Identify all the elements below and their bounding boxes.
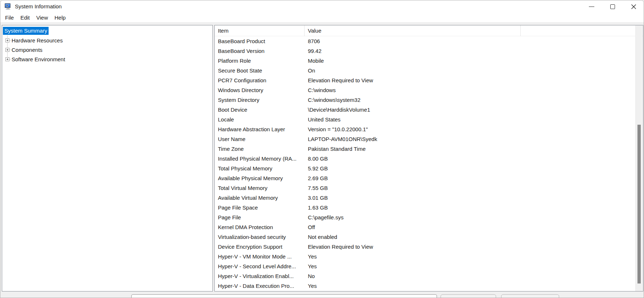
item-cell: Hyper-V - Virtualization Enabl... — [215, 273, 305, 279]
table-row[interactable]: Device Encryption SupportElevation Requi… — [215, 242, 643, 252]
value-cell: 3.01 GB — [305, 195, 640, 201]
tree-item-system-summary[interactable]: System Summary — [2, 26, 212, 36]
item-cell: Page File Space — [215, 204, 305, 211]
table-row[interactable]: Kernel DMA ProtectionOff — [215, 222, 643, 232]
item-cell: BaseBoard Version — [215, 48, 305, 54]
category-tree: System SummaryHardware ResourcesComponen… — [2, 25, 212, 291]
value-cell: No — [305, 273, 640, 279]
table-row[interactable]: Time ZonePakistan Standard Time — [215, 144, 643, 154]
item-cell: Time Zone — [215, 146, 305, 152]
find-button[interactable] — [441, 294, 496, 298]
tree-item-label: Hardware Resources — [12, 37, 63, 44]
maximize-icon — [610, 4, 615, 9]
column-header-item[interactable]: Item — [215, 25, 305, 36]
tree-item-software-environment[interactable]: Software Environment — [2, 54, 212, 64]
value-cell: Yes — [305, 263, 640, 269]
table-row[interactable]: Available Physical Memory2.69 GB — [215, 173, 643, 183]
value-cell: 99.42 — [305, 48, 640, 54]
value-cell: Mobile — [305, 58, 640, 64]
vertical-scrollbar[interactable] — [635, 25, 642, 291]
item-cell: Page File — [215, 214, 305, 220]
tree-item-label: Software Environment — [12, 56, 65, 62]
value-cell: Pakistan Standard Time — [305, 146, 640, 152]
table-row[interactable]: Available Virtual Memory3.01 GB — [215, 193, 643, 203]
menu-item-edit[interactable]: Edit — [17, 13, 33, 22]
item-cell: Hyper-V - Second Level Addre... — [215, 263, 305, 269]
item-cell: Available Physical Memory — [215, 175, 305, 181]
item-cell: Hyper-V - Data Execution Pro... — [215, 283, 305, 289]
list-rows: BaseBoard Product8706BaseBoard Version99… — [215, 36, 643, 291]
tree-item-components[interactable]: Components — [2, 45, 212, 54]
item-cell: Hardware Abstraction Layer — [215, 126, 305, 132]
item-cell: Total Physical Memory — [215, 165, 305, 171]
item-cell: Windows Directory — [215, 87, 305, 93]
item-cell: PCR7 Configuration — [215, 77, 305, 83]
table-row[interactable]: Hardware Abstraction LayerVersion = "10.… — [215, 124, 643, 134]
menu-item-file[interactable]: File — [2, 13, 17, 22]
value-cell: Elevation Required to View — [305, 77, 640, 83]
tree-item-label: System Summary — [3, 27, 49, 35]
table-row[interactable]: Windows DirectoryC:\windows — [215, 85, 643, 95]
table-row[interactable]: Installed Physical Memory (RA...8.00 GB — [215, 154, 643, 164]
value-cell: 1.63 GB — [305, 204, 640, 211]
item-cell: User Name — [215, 136, 305, 142]
menu-item-view[interactable]: View — [33, 13, 51, 22]
value-cell: Elevation Required to View — [305, 244, 640, 250]
table-row[interactable]: Hyper-V - Virtualization Enabl...No — [215, 271, 643, 281]
table-row[interactable]: System DirectoryC:\windows\system32 — [215, 95, 643, 105]
tree-connector-stub — [9, 40, 11, 41]
tree-connector-stub — [9, 59, 11, 59]
scrollbar-thumb[interactable] — [637, 125, 641, 283]
titlebar: System Information — [0, 0, 644, 13]
table-row[interactable]: Total Physical Memory5.92 GB — [215, 164, 643, 173]
table-row[interactable]: LocaleUnited States — [215, 115, 643, 124]
table-row[interactable]: Hyper-V - Second Level Addre...Yes — [215, 261, 643, 271]
category-tree-panel: System SummaryHardware ResourcesComponen… — [2, 25, 213, 291]
item-cell: Hyper-V - VM Monitor Mode ... — [215, 253, 305, 260]
minimize-icon — [589, 7, 594, 7]
tree-item-label: Components — [12, 47, 42, 53]
table-row[interactable]: Page File Space1.63 GB — [215, 203, 643, 212]
column-header-value[interactable]: Value — [305, 25, 521, 36]
tree-item-hardware-resources[interactable]: Hardware Resources — [2, 36, 212, 45]
menu-item-help[interactable]: Help — [51, 13, 69, 22]
table-row[interactable]: Hyper-V - VM Monitor Mode ...Yes — [215, 252, 643, 261]
table-row[interactable]: BaseBoard Product8706 — [215, 36, 643, 46]
table-row[interactable]: Virtualization-based securityNot enabled — [215, 232, 643, 242]
value-cell: Off — [305, 224, 640, 230]
value-cell: \Device\HarddiskVolume1 — [305, 107, 640, 113]
value-cell: LAPTOP-AVM01ONR\Syedk — [305, 136, 640, 142]
expand-plus-icon[interactable] — [5, 57, 9, 61]
close-icon — [631, 4, 636, 9]
find-what-input[interactable] — [131, 294, 437, 298]
item-cell: Virtualization-based security — [215, 234, 305, 240]
minimize-button[interactable] — [581, 0, 602, 13]
value-cell: Version = "10.0.22000.1" — [305, 126, 640, 132]
table-row[interactable]: Total Virtual Memory7.55 GB — [215, 183, 643, 193]
table-row[interactable]: PCR7 ConfigurationElevation Required to … — [215, 75, 643, 85]
table-row[interactable]: Platform RoleMobile — [215, 56, 643, 66]
tree-connector-stub — [9, 50, 11, 50]
table-row[interactable]: Hyper-V - Data Execution Pro...Yes — [215, 281, 643, 291]
value-cell: C:\pagefile.sys — [305, 214, 640, 220]
value-cell: 5.92 GB — [305, 165, 640, 171]
table-row[interactable]: Secure Boot StateOn — [215, 66, 643, 75]
value-cell: C:\windows — [305, 87, 640, 93]
close-button[interactable] — [623, 0, 644, 13]
value-cell: 7.55 GB — [305, 185, 640, 191]
menubar: FileEditViewHelp — [0, 13, 644, 22]
close-find-button[interactable] — [501, 294, 559, 298]
item-cell: Secure Boot State — [215, 67, 305, 74]
expand-plus-icon[interactable] — [5, 38, 9, 42]
value-cell: Yes — [305, 253, 640, 260]
item-cell: Locale — [215, 116, 305, 123]
value-cell: C:\windows\system32 — [305, 97, 640, 103]
item-cell: Installed Physical Memory (RA... — [215, 156, 305, 162]
table-row[interactable]: Boot Device\Device\HarddiskVolume1 — [215, 105, 643, 115]
maximize-button[interactable] — [602, 0, 623, 13]
table-row[interactable]: Page FileC:\pagefile.sys — [215, 212, 643, 222]
value-cell: 8706 — [305, 38, 640, 44]
expand-plus-icon[interactable] — [5, 48, 9, 52]
table-row[interactable]: User NameLAPTOP-AVM01ONR\Syedk — [215, 134, 643, 144]
table-row[interactable]: BaseBoard Version99.42 — [215, 46, 643, 56]
